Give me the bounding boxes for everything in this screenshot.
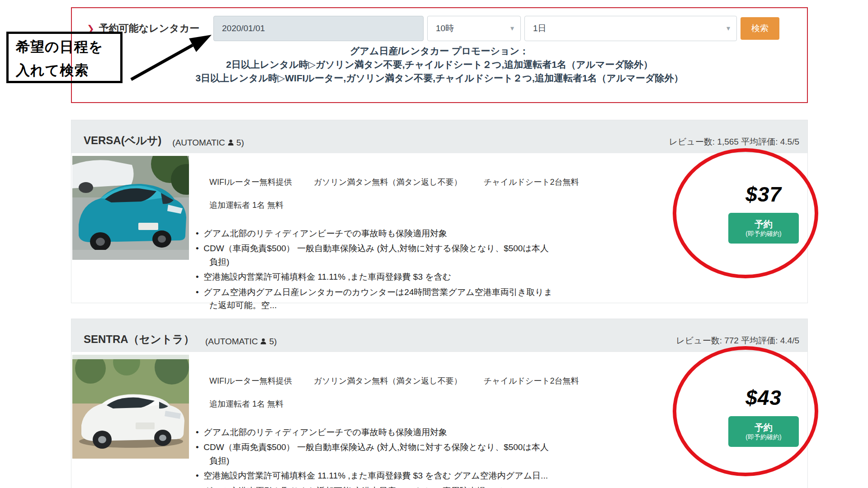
detail-item: CDW（車両免責$500） 一般自動車保険込み (対人,対物に対する保険となり、… (196, 441, 553, 467)
book-button[interactable]: 予約 (即予約確約) (728, 213, 799, 244)
review-stats: レビュー数: 1,565 平均評価: 4.5/5 (669, 136, 799, 148)
feature-badges: WIFIルーター無料提供 ガソリン満タン無料（満タン返し不要） チャイルドシート… (196, 375, 557, 386)
feature-badges: WIFIルーター無料提供 ガソリン満タン無料（満タン返し不要） チャイルドシート… (196, 177, 557, 188)
car-card-sentra: SENTRA（セントラ） (AUTOMATIC 5) レビュー数: 772 平均… (71, 319, 808, 488)
search-button[interactable]: 検索 (741, 17, 779, 40)
detail-item: 空港施設内営業許可補填料金 11.11% ,また車両登録費 $3 を含む グアム… (196, 469, 553, 482)
pickup-time-select[interactable]: 10時 ▾ (427, 16, 521, 41)
detail-item: グアム空港車両引き取りまた返却可能 空港内日産レンタカー 専用駐車場にて (196, 484, 553, 488)
card-header: VERSA(ベルサ) (AUTOMATIC 5) レビュー数: 1,565 平均… (71, 120, 807, 153)
car-detail-list: グアム北部のリティディアンビーチでの事故時も保険適用対象 CDW（車両免責$50… (196, 426, 553, 488)
book-button-sublabel: (即予約確約) (728, 230, 799, 238)
book-button-label: 予約 (728, 422, 799, 433)
annotation-arrow (125, 26, 220, 85)
car-photo-versa (72, 156, 189, 260)
price-area: $37 予約 (即予約確約) (682, 182, 845, 244)
feature-childseat: チャイルドシート2台無料 (484, 375, 579, 386)
feature-gas: ガソリン満タン無料（満タン返し不要） (314, 375, 462, 386)
book-button[interactable]: 予約 (即予約確約) (728, 416, 799, 447)
duration-select[interactable]: 1日 ▾ (524, 16, 737, 41)
transmission-label: (AUTOMATIC (172, 138, 225, 148)
annotation-line-2: 入れて検索 (16, 61, 89, 80)
feature-extra-driver: 追加運転者 1名 無料 (196, 200, 557, 211)
detail-item: グアム北部のリティディアンビーチでの事故時も保険適用対象 (196, 227, 553, 240)
car-detail-list: グアム北部のリティディアンビーチでの事故時も保険適用対象 CDW（車両免責$50… (196, 227, 553, 312)
person-icon (227, 139, 234, 146)
card-header: SENTRA（セントラ） (AUTOMATIC 5) レビュー数: 772 平均… (71, 319, 807, 352)
detail-item: グアム空港内グアム日産レンタカーのカウンターは24時間営業グアム空港車両引き取り… (196, 286, 553, 312)
detail-item: グアム北部のリティディアンビーチでの事故時も保険適用対象 (196, 426, 553, 439)
book-button-sublabel: (即予約確約) (728, 433, 799, 441)
pickup-date-input[interactable] (213, 16, 424, 41)
car-name: SENTRA（セントラ） (84, 332, 194, 347)
feature-childseat: チャイルドシート2台無料 (484, 177, 579, 188)
detail-item: CDW（車両免責$500） 一般自動車保険込み (対人,対物に対する保険となり、… (196, 242, 553, 268)
detail-item: 空港施設内営業許可補填料金 11.11% ,また車両登録費 $3 を含む (196, 270, 553, 283)
person-icon (260, 338, 267, 345)
duration-value: 1日 (533, 23, 547, 33)
price-value: $37 (682, 182, 845, 206)
feature-extra-driver: 追加運転者 1名 無料 (196, 399, 557, 409)
chevron-down-icon: ▾ (726, 16, 730, 41)
price-value: $43 (682, 385, 845, 410)
car-spec: (AUTOMATIC 5) (172, 138, 244, 148)
annotation-box: 希望の日程を 入れて検索 (6, 32, 123, 83)
annotation-line-1: 希望の日程を (16, 38, 103, 56)
car-card-versa: VERSA(ベルサ) (AUTOMATIC 5) レビュー数: 1,565 平均… (71, 120, 808, 303)
price-area: $43 予約 (即予約確約) (682, 385, 845, 447)
chevron-down-icon: ▾ (510, 16, 514, 41)
seats-label: 5) (236, 138, 244, 148)
car-info: WIFIルーター無料提供 ガソリン満タン無料（満タン返し不要） チャイルドシート… (196, 177, 557, 314)
seats-label: 5) (269, 337, 277, 347)
rental-search-page: ❯予約可能なレンタカー 10時 ▾ 1日 ▾ 検索 グアム日産/レンタカー プロ… (0, 0, 868, 488)
car-name: VERSA(ベルサ) (84, 133, 161, 148)
pickup-time-value: 10時 (436, 23, 454, 33)
transmission-label: (AUTOMATIC (205, 337, 258, 347)
car-spec: (AUTOMATIC 5) (205, 337, 277, 347)
feature-wifi: WIFIルーター無料提供 (209, 177, 292, 188)
review-stats: レビュー数: 772 平均評価: 4.4/5 (676, 335, 799, 347)
feature-gas: ガソリン満タン無料（満タン返し不要） (314, 177, 462, 188)
car-info: WIFIルーター無料提供 ガソリン満タン無料（満タン返し不要） チャイルドシート… (196, 375, 557, 488)
feature-wifi: WIFIルーター無料提供 (209, 375, 292, 386)
car-photo-sentra (72, 355, 189, 459)
book-button-label: 予約 (728, 219, 799, 230)
